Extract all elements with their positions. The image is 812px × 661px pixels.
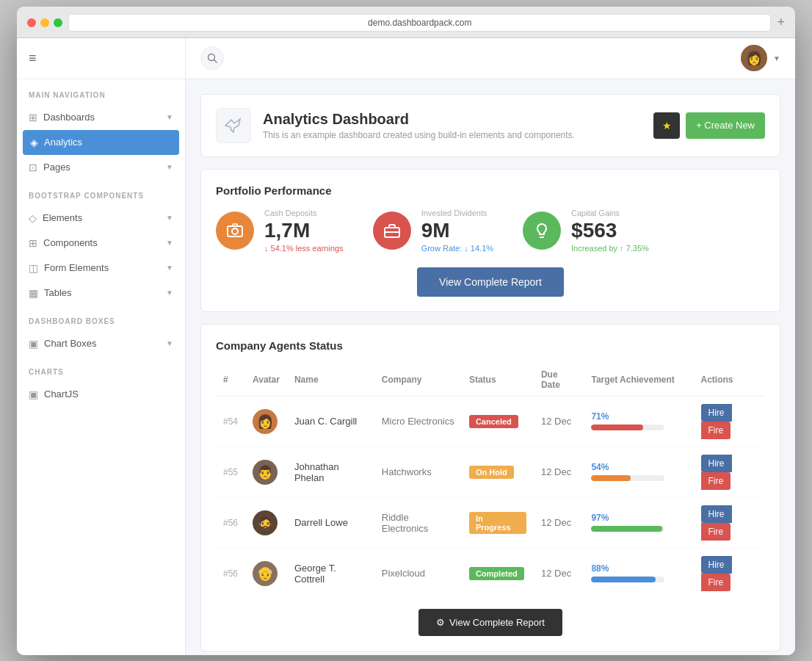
cell-avatar: 👨 [245,447,287,497]
chevron-down-icon: ▼ [166,264,173,272]
invested-dividents-value: 9M [421,220,493,241]
cell-avatar: 👩 [245,396,287,447]
sidebar-item-elements[interactable]: ◇ Elements ▼ [17,206,185,231]
target-pct: 97% [591,513,609,523]
hamburger-menu[interactable]: ≡ [29,51,37,66]
invested-dividents-icon [373,212,411,250]
fire-button[interactable]: Fire [701,472,731,490]
cell-due-date: 12 Dec [534,396,584,447]
main-content: 👩 ▼ Analytics Dashboard This is an examp… [186,38,795,655]
invested-dividents-info: Invested Dividents 9M Grow Rate: ↓ 14.1% [421,209,493,253]
progress-bar [591,475,664,481]
agents-report-label: View Complete Report [449,617,545,628]
close-button[interactable] [27,18,36,27]
status-badge: Canceled [469,415,518,428]
user-avatar[interactable]: 👩 [741,45,767,71]
cell-target: 54% [584,447,693,497]
page-header: Analytics Dashboard This is an example d… [200,94,780,157]
agents-view-report-button[interactable]: ⚙ View Complete Report [418,609,562,636]
progress-bar [591,425,664,430]
sidebar-item-analytics[interactable]: ◈ Analytics [23,130,179,155]
portfolio-grid: Cash Deposits 1,7M ↓ 54.1% less earnings [216,209,765,253]
elements-icon: ◇ [29,212,37,224]
hire-button[interactable]: Hire [701,455,732,472]
sidebar-item-label: ChartJS [44,389,79,400]
url-bar[interactable]: demo.dashboardpack.com [68,14,771,32]
cell-avatar: 🧔 [245,497,287,548]
progress-bar-fill [591,475,631,481]
cell-target: 97% [584,497,693,548]
target-pct: 88% [591,563,609,574]
col-status: Status [462,364,534,397]
sidebar-item-tables[interactable]: ▦ Tables ▼ [17,281,185,306]
new-tab-button[interactable]: + [777,15,785,30]
agents-title: Company Agents Status [216,339,765,352]
sidebar-item-form-elements[interactable]: ◫ Form Elements ▼ [17,256,185,281]
search-button[interactable] [200,46,224,70]
hire-button[interactable]: Hire [701,505,732,523]
table-row: #56 🧔 Darrell Lowe Riddle Electronics In… [216,497,765,548]
cell-id: #55 [216,447,245,497]
cell-actions: HireFire [694,548,765,599]
star-button[interactable]: ★ [653,112,680,139]
sidebar-item-label: Components [43,237,98,248]
progress-bar-fill [591,526,662,532]
table-row: #56 👴 George T. Cottrell Pixelcloud Comp… [216,548,765,599]
sidebar-item-label: Pages [43,162,70,173]
sidebar-item-chartjs[interactable]: ▣ ChartJS [17,382,185,407]
hire-button[interactable]: Hire [701,556,732,574]
capital-gains-value: $563 [571,220,649,241]
minimize-button[interactable] [40,18,49,27]
cell-due-date: 12 Dec [534,447,584,497]
cell-id: #56 [216,497,245,548]
capital-gains-sub: Increased by ↑ 7.35% [571,244,649,253]
avatar-dropdown-icon[interactable]: ▼ [773,54,780,62]
maximize-button[interactable] [54,18,62,27]
agents-table-header: # Avatar Name Company Status Due Date Ta… [216,364,765,397]
cell-name: Johnathan Phelan [287,447,374,497]
avatar: 🧔 [253,510,278,535]
status-badge: Completed [469,567,524,580]
agents-card: Company Agents Status # Avatar Name Comp… [200,324,780,651]
sidebar-item-label: Tables [44,287,72,298]
invested-dividents-sub: Grow Rate: ↓ 14.1% [421,244,493,253]
col-company: Company [374,364,462,397]
create-new-button[interactable]: + Create New [686,112,765,139]
sidebar-item-dashboards[interactable]: ⊞ Dashboards ▼ [17,105,185,130]
status-badge: In Progress [469,512,526,534]
invested-dividents-label: Invested Dividents [421,209,493,217]
status-badge: On Hold [469,466,514,479]
col-name: Name [287,364,374,397]
portfolio-item-invested: Invested Dividents 9M Grow Rate: ↓ 14.1% [373,209,493,253]
cell-id: #56 [216,548,245,599]
sidebar-item-chart-boxes[interactable]: ▣ Chart Boxes ▼ [17,331,185,356]
sidebar-item-components[interactable]: ⊞ Components ▼ [17,231,185,256]
chevron-down-icon: ▼ [166,113,173,121]
portfolio-title: Portfolio Performance [216,184,765,197]
fire-button[interactable]: Fire [701,422,731,439]
cell-status: Completed [462,548,534,599]
capital-gains-icon [523,212,561,250]
cash-deposits-value: 1,7M [264,220,344,241]
sidebar-item-label: Analytics [44,137,82,148]
page-content: Analytics Dashboard This is an example d… [186,79,795,655]
app-container: ≡ MAIN NAVIGATION ⊞ Dashboards ▼ ◈ Analy… [17,38,795,655]
agents-table-container: # Avatar Name Company Status Due Date Ta… [216,364,765,599]
sidebar-item-label: Chart Boxes [44,338,97,349]
sidebar-section-main: MAIN NAVIGATION [17,79,185,105]
browser-chrome: demo.dashboardpack.com + [17,7,795,38]
sidebar-item-label: Form Elements [44,262,109,273]
cell-company: Micro Electronics [374,396,462,447]
hire-button[interactable]: Hire [701,404,732,422]
fire-button[interactable]: Fire [701,523,731,541]
sidebar-item-pages[interactable]: ⊡ Pages ▼ [17,155,185,180]
briefcase-icon [383,222,401,239]
progress-bar [591,577,664,582]
chevron-down-icon: ▼ [166,163,173,171]
portfolio-view-report-button[interactable]: View Complete Report [417,267,564,297]
sidebar-section-bootstrap: BOOTSTRAP COMPONENTS [17,180,185,206]
cell-target: 71% [584,396,693,447]
fire-button[interactable]: Fire [701,574,731,591]
avatar: 👩 [253,409,278,434]
cash-deposits-icon [216,212,254,250]
